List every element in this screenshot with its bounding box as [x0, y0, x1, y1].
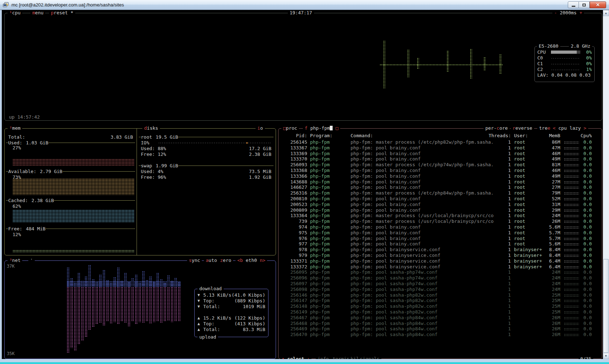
process-row[interactable]: 256467php-fpmphp-fpm: pool sasha-php84w.… — [279, 315, 602, 320]
close-button[interactable]: ✕ — [590, 1, 606, 8]
process-threads: 1 — [494, 202, 511, 207]
process-row[interactable]: 256148php-fpmphp-fpm: pool sasha-php82w.… — [279, 303, 602, 309]
process-command: php-fpm: pool brainy.conf — [351, 236, 508, 241]
process-mem: 8.4M — [534, 247, 560, 252]
tab-disks[interactable]: disks — [142, 125, 160, 131]
process-row[interactable]: 133366php-fpmphp-fpm: pool brainy.conf1r… — [279, 173, 602, 179]
process-cpu: 0.0 — [579, 281, 592, 286]
net-download-column — [160, 279, 162, 287]
process-row[interactable]: 133372php-fpmphp-fpm: pool brainyservice… — [279, 264, 602, 269]
process-mem-graph — [564, 215, 579, 217]
upload-speed-row: ▲15.2 KiB/s(122 Kibps) — [195, 315, 268, 321]
process-row[interactable]: 974php-fpmphp-fpm: pool brainy.conf1root… — [279, 224, 602, 230]
proc-option-reverse[interactable]: reverse — [511, 125, 534, 131]
process-command: php-fpm: master process (/usr/local/brai… — [351, 219, 508, 224]
net-upload-column — [128, 287, 130, 326]
process-row[interactable]: 976php-fpmphp-fpm: pool brainy.conf1root… — [279, 236, 602, 241]
sort-selector[interactable]: < cpu lazy > — [551, 125, 588, 131]
process-cpu: 0.0 — [579, 275, 592, 281]
process-command: php-fpm: pool brainy.conf — [351, 230, 508, 235]
process-pid: 975 — [281, 230, 307, 235]
process-row[interactable]: 133370php-fpmphp-fpm: pool brainy.conf1r… — [279, 156, 602, 162]
process-row[interactable]: 256470php-fpmphp-fpm: pool sasha-php84w.… — [279, 332, 602, 337]
process-mem: 29M — [534, 207, 560, 213]
process-row[interactable]: 146627php-fpmphp-fpm: pool brainy.conf1r… — [279, 185, 602, 190]
proc-option-per-core[interactable]: per-core — [484, 125, 510, 131]
process-row[interactable]: 256096php-fpmphp-fpm: pool sasha-php74w.… — [279, 275, 602, 281]
net-option-sync[interactable]: sync — [187, 258, 202, 263]
process-cpu: 0.0 — [579, 145, 592, 150]
process-row[interactable]: 975php-fpmphp-fpm: pool brainy.conf1root… — [279, 230, 602, 235]
process-row[interactable]: 256149php-fpmphp-fpm: pool sasha-php82w.… — [279, 309, 602, 315]
process-row[interactable]: 256093php-fpmphp-fpm: master process (/e… — [279, 162, 602, 167]
process-row[interactable]: 256145php-fpmphp-fpm: master process (/e… — [279, 139, 602, 145]
process-row[interactable]: 133371php-fpmphp-fpm: pool brainyservice… — [279, 258, 602, 264]
process-mem: 24M — [534, 275, 560, 281]
process-mem: 25M — [534, 292, 560, 298]
process-row[interactable]: 256469php-fpmphp-fpm: pool sasha-php84w.… — [279, 326, 602, 331]
process-row[interactable]: 143688php-fpmphp-fpm: pool brainy.conf1r… — [279, 179, 602, 185]
window-scrollbar[interactable]: ▲ ▼ — [603, 10, 609, 359]
tab-mem[interactable]: ²mem — [8, 125, 22, 131]
process-command: php-fpm: pool brainyservice.conf — [351, 264, 508, 269]
restore-button[interactable] — [579, 1, 590, 8]
cpu-graph-spike — [407, 49, 409, 77]
scroll-up-button[interactable]: ▲ — [603, 10, 609, 16]
net-download-column — [131, 278, 134, 287]
process-row[interactable]: 200810php-fpmphp-fpm: pool brainy.conf1r… — [279, 196, 602, 201]
tab-cpu[interactable]: ¹cpu — [8, 10, 22, 16]
process-mem-graph — [564, 322, 579, 325]
menu-button[interactable]: menu — [30, 10, 45, 16]
proc-option-tree[interactable]: tree — [537, 125, 552, 131]
down-arrow-icon: ▼ — [198, 304, 203, 309]
scroll-down-button[interactable]: ▼ — [603, 353, 609, 359]
io-toggle[interactable]: io — [256, 125, 265, 131]
refresh-interval[interactable]: - 2000ms + — [552, 10, 584, 16]
process-row[interactable]: 978php-fpmphp-fpm: pool brainyservice.co… — [279, 247, 602, 252]
process-cpu: 0.0 — [579, 224, 592, 230]
process-mem-graph — [564, 334, 579, 336]
process-row[interactable]: 256316php-fpmphp-fpm: master process (/e… — [279, 190, 602, 196]
process-mem-graph — [564, 277, 579, 279]
net-upload-column — [70, 287, 73, 348]
preset-button[interactable]: preset * — [49, 10, 75, 16]
interface-selector[interactable]: <b eth0 n> — [235, 258, 267, 263]
mem-graph-cyan — [13, 210, 134, 222]
process-row[interactable]: 200523php-fpmphp-fpm: pool brainy.conf1r… — [279, 202, 602, 207]
process-row[interactable]: 739php-fpmphp-fpm: master process (/usr/… — [279, 219, 602, 224]
process-row[interactable]: 256098php-fpmphp-fpm: pool sasha-php74w.… — [279, 287, 602, 292]
download-speed-row: ▼5.13 KiB/s(41.0 Kibps) — [195, 292, 268, 298]
process-command: php-fpm: pool brainy.conf — [351, 156, 508, 162]
net-option-auto[interactable]: auto — [204, 258, 219, 263]
minimize-button[interactable] — [568, 1, 579, 8]
process-row[interactable]: 256095php-fpmphp-fpm: pool sasha-php74w.… — [279, 269, 602, 275]
process-row[interactable]: 256147php-fpmphp-fpm: pool sasha-php82w.… — [279, 298, 602, 303]
tab-proc[interactable]: □proc — [281, 125, 299, 131]
mem-graph-green — [13, 250, 134, 252]
process-mem: 24M — [534, 213, 560, 218]
process-program: php-fpm — [310, 275, 349, 281]
process-row[interactable]: 133364php-fpmphp-fpm: master process (/u… — [279, 213, 602, 218]
process-filter-input[interactable]: f php-fpm □ — [303, 125, 340, 131]
net-download-column — [70, 278, 73, 287]
tab-net[interactable]: ³net — [8, 258, 22, 263]
process-row[interactable]: 256097php-fpmphp-fpm: pool sasha-php74w.… — [279, 281, 602, 286]
process-threads: 1 — [494, 264, 511, 269]
net-download-column — [124, 273, 127, 287]
process-row[interactable]: 133367php-fpmphp-fpm: pool brainy.conf1r… — [279, 145, 602, 150]
process-row[interactable]: 256146php-fpmphp-fpm: pool sasha-php82w.… — [279, 292, 602, 298]
cpu-graph-spike — [383, 40, 385, 88]
process-row[interactable]: 977php-fpmphp-fpm: pool brainy.conf1root… — [279, 241, 602, 246]
process-row[interactable]: 256468php-fpmphp-fpm: pool sasha-php84w.… — [279, 321, 602, 326]
process-row[interactable]: 133369php-fpmphp-fpm: pool brainy.conf1r… — [279, 151, 602, 156]
cpu-graph-spike — [447, 51, 449, 72]
process-cpu: 0.0 — [579, 185, 592, 190]
process-program: php-fpm — [310, 162, 349, 167]
net-option-zero[interactable]: zero — [218, 258, 233, 263]
process-row[interactable]: 133368php-fpmphp-fpm: pool brainy.conf1r… — [279, 168, 602, 173]
process-row[interactable]: 200809php-fpmphp-fpm: pool brainy.conf1r… — [279, 207, 602, 213]
titlebar[interactable]: ϟ mc [root@a202.itdeveloper.com.ua]:/hom… — [0, 0, 609, 10]
scrollbar-thumb[interactable] — [603, 259, 609, 353]
process-row[interactable]: 979php-fpmphp-fpm: pool brainyservice.co… — [279, 253, 602, 258]
disk-io-graph — [158, 142, 271, 144]
